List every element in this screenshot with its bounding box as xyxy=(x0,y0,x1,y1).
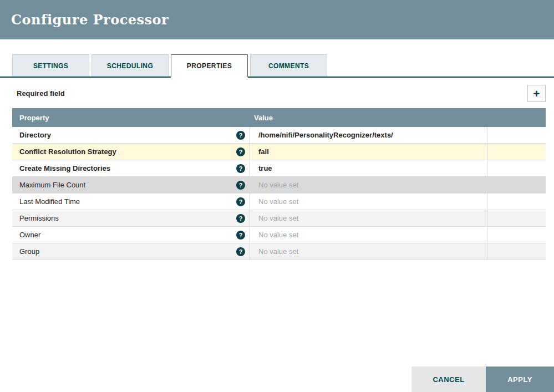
property-name: Group xyxy=(19,247,39,256)
property-value: No value set xyxy=(258,181,298,189)
property-value: fail xyxy=(258,147,269,156)
value-cell[interactable]: fail xyxy=(250,144,487,160)
property-name: Create Missing Directories xyxy=(19,164,110,172)
property-name: Owner xyxy=(19,231,40,239)
property-name: Permissions xyxy=(19,214,59,222)
tab-settings[interactable]: SETTINGS xyxy=(12,54,89,77)
help-icon[interactable]: ? xyxy=(236,147,245,156)
tab-comments[interactable]: COMMENTS xyxy=(250,54,327,77)
property-cell: Permissions ? xyxy=(12,210,250,226)
dialog-footer: CANCEL APPLY xyxy=(411,366,554,392)
tab-properties[interactable]: PROPERTIES xyxy=(171,54,248,78)
table-row[interactable]: Conflict Resolution Strategy ? fail xyxy=(12,144,546,160)
column-header-property: Property xyxy=(12,114,250,122)
table-header-row: Property Value xyxy=(12,108,546,127)
value-cell[interactable]: No value set xyxy=(250,177,487,193)
table-row[interactable]: Directory ? /home/nifi/PersonalityRecogn… xyxy=(12,127,546,144)
property-cell: Directory ? xyxy=(12,127,250,143)
row-actions-cell xyxy=(487,144,546,160)
property-value: No value set xyxy=(258,214,298,222)
dialog-title: Configure Processor xyxy=(11,12,169,28)
property-cell: Owner ? xyxy=(12,227,250,243)
row-actions-cell xyxy=(487,227,546,243)
table-row[interactable]: Permissions ? No value set xyxy=(12,210,546,227)
help-icon[interactable]: ? xyxy=(236,214,245,223)
configure-processor-dialog: Configure Processor SETTINGS SCHEDULING … xyxy=(0,0,554,260)
help-icon[interactable]: ? xyxy=(236,197,245,206)
add-property-button[interactable]: + xyxy=(527,85,546,102)
tab-scheduling[interactable]: SCHEDULING xyxy=(92,54,169,77)
table-row[interactable]: Last Modified Time ? No value set xyxy=(12,194,546,210)
property-value: /home/nifi/PersonalityRecognizer/texts/ xyxy=(258,131,393,139)
properties-toolbar: Required field + xyxy=(0,78,554,108)
property-value: No value set xyxy=(258,247,298,256)
tab-bar: SETTINGS SCHEDULING PROPERTIES COMMENTS xyxy=(0,54,554,78)
required-field-label: Required field xyxy=(17,89,65,98)
table-row[interactable]: Owner ? No value set xyxy=(12,227,546,243)
column-header-value: Value xyxy=(250,114,487,122)
value-cell[interactable]: true xyxy=(250,160,487,176)
plus-icon: + xyxy=(533,88,540,99)
property-value: true xyxy=(258,164,272,172)
help-icon[interactable]: ? xyxy=(236,247,245,256)
property-name: Last Modified Time xyxy=(19,197,80,206)
property-value: No value set xyxy=(258,231,298,239)
property-name: Maximum File Count xyxy=(19,181,85,189)
table-row[interactable]: Group ? No value set xyxy=(12,243,546,260)
value-cell[interactable]: No value set xyxy=(250,227,487,243)
table-row[interactable]: Maximum File Count ? No value set xyxy=(12,177,546,194)
properties-table: Property Value Directory ? /home/nifi/Pe… xyxy=(12,108,546,260)
row-actions-cell xyxy=(487,160,546,176)
value-cell[interactable]: No value set xyxy=(250,194,487,210)
property-value: No value set xyxy=(258,197,298,206)
row-actions-cell xyxy=(487,210,546,226)
row-actions-cell xyxy=(487,177,546,193)
row-actions-cell xyxy=(487,243,546,259)
value-cell[interactable]: No value set xyxy=(250,210,487,226)
help-icon[interactable]: ? xyxy=(236,164,245,173)
value-cell[interactable]: /home/nifi/PersonalityRecognizer/texts/ xyxy=(250,127,487,143)
row-actions-cell xyxy=(487,194,546,210)
cancel-button[interactable]: CANCEL xyxy=(411,366,486,392)
property-cell: Maximum File Count ? xyxy=(12,177,250,193)
dialog-header: Configure Processor xyxy=(0,0,554,39)
property-cell: Create Missing Directories ? xyxy=(12,160,250,176)
help-icon[interactable]: ? xyxy=(236,181,245,190)
apply-button[interactable]: APPLY xyxy=(486,366,554,392)
help-icon[interactable]: ? xyxy=(236,131,245,140)
property-name: Directory xyxy=(19,131,51,139)
property-name: Conflict Resolution Strategy xyxy=(19,147,116,156)
value-cell[interactable]: No value set xyxy=(250,243,487,259)
row-actions-cell xyxy=(487,127,546,143)
property-cell: Group ? xyxy=(12,243,250,259)
property-cell: Conflict Resolution Strategy ? xyxy=(12,144,250,160)
property-cell: Last Modified Time ? xyxy=(12,194,250,210)
help-icon[interactable]: ? xyxy=(236,231,245,240)
table-row[interactable]: Create Missing Directories ? true xyxy=(12,160,546,177)
